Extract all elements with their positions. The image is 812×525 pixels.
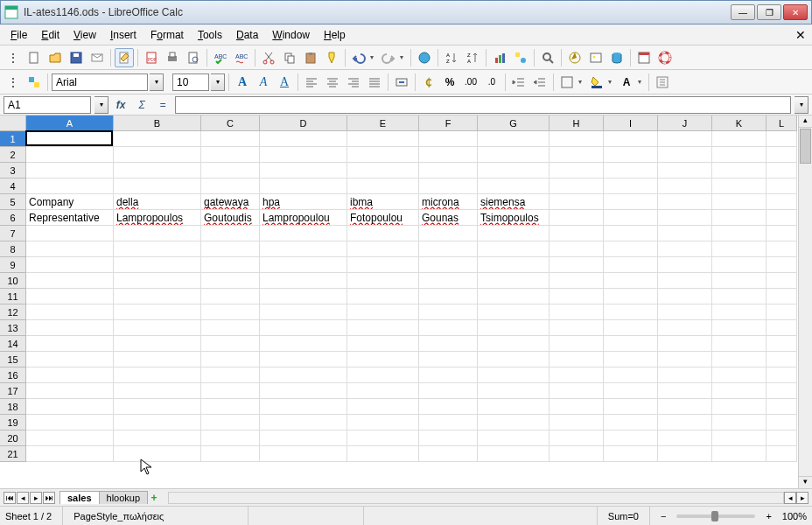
scroll-thumb[interactable] [800,129,811,164]
cell-B6[interactable]: Lampropoulos [114,210,201,226]
datasources-button[interactable] [607,48,626,67]
cell-E7[interactable] [347,226,419,242]
cell-G2[interactable] [478,147,550,163]
auto-spellcheck-button[interactable]: ABC [232,48,251,67]
cell-C4[interactable] [201,178,260,194]
column-header-L[interactable]: L [766,116,797,131]
cell-G21[interactable] [478,446,550,462]
cell-I13[interactable] [604,320,658,336]
cell-I18[interactable] [604,399,658,415]
cell-C21[interactable] [201,446,260,462]
column-header-E[interactable]: E [347,116,419,131]
cell-D21[interactable] [260,446,347,462]
cell-F8[interactable] [419,242,478,257]
cell-G11[interactable] [478,289,550,304]
cell-A6[interactable]: Representative [26,210,114,226]
cell-G3[interactable] [478,163,550,178]
cell-D15[interactable] [260,352,347,368]
cell-H9[interactable] [550,257,604,273]
cell-H16[interactable] [550,368,604,383]
add-decimal-button[interactable]: .00 [461,73,480,92]
cell-F10[interactable] [419,273,478,289]
cell-J20[interactable] [658,430,712,446]
cell-F13[interactable] [419,320,478,336]
cell-H21[interactable] [550,446,604,462]
underline-button[interactable]: A [275,73,294,92]
zoom-level-label[interactable]: 100% [782,511,807,522]
cell-I3[interactable] [604,163,658,178]
cell-D14[interactable] [260,336,347,352]
cell-H8[interactable] [550,242,604,257]
edit-mode-button[interactable] [115,48,134,67]
cell-I19[interactable] [604,415,658,430]
cell-L13[interactable] [766,320,797,336]
cell-F20[interactable] [419,430,478,446]
cell-A15[interactable] [26,352,114,368]
cell-E17[interactable] [347,383,419,399]
row-header-17[interactable]: 17 [0,383,26,399]
cell-E5[interactable]: ibma [347,194,419,210]
cell-A18[interactable] [26,399,114,415]
cell-C13[interactable] [201,320,260,336]
cell-C17[interactable] [201,383,260,399]
cell-B12[interactable] [114,304,201,320]
cell-F19[interactable] [419,415,478,430]
cell-F5[interactable]: microna [419,194,478,210]
cell-K18[interactable] [712,399,766,415]
sum-button[interactable]: Σ [133,96,150,114]
cell-K2[interactable] [712,147,766,163]
cell-F7[interactable] [419,226,478,242]
open-button[interactable] [46,48,65,67]
cell-J17[interactable] [658,383,712,399]
function-wizard-button[interactable]: fx [112,96,130,114]
cell-I16[interactable] [604,368,658,383]
email-button[interactable] [88,48,107,67]
cut-button[interactable] [259,48,278,67]
column-header-B[interactable]: B [114,116,201,131]
cell-D11[interactable] [260,289,347,304]
cell-B1[interactable] [114,131,201,147]
format-paintbrush-button[interactable] [322,48,341,67]
cell-K9[interactable] [712,257,766,273]
cell-H14[interactable] [550,336,604,352]
insert-mode-label[interactable] [259,507,364,525]
cell-G5[interactable]: siemensa [478,194,550,210]
column-header-J[interactable]: J [658,116,712,131]
cell-B5[interactable]: della [114,194,201,210]
menu-view[interactable]: View [66,27,103,43]
cell-L2[interactable] [766,147,797,163]
cell-A20[interactable] [26,430,114,446]
cell-L8[interactable] [766,242,797,257]
toolbar-handle-icon[interactable]: ⋮ [4,48,23,67]
cell-C11[interactable] [201,289,260,304]
currency-button[interactable]: ₵ [419,73,438,92]
cell-A7[interactable] [26,226,114,242]
remove-decimal-button[interactable]: .0 [482,73,501,92]
cell-J15[interactable] [658,352,712,368]
cell-F11[interactable] [419,289,478,304]
align-right-button[interactable] [344,73,363,92]
cell-C2[interactable] [201,147,260,163]
cell-D10[interactable] [260,273,347,289]
row-header-19[interactable]: 19 [0,415,26,430]
cell-F6[interactable]: Gounas [419,210,478,226]
tab-prev-button[interactable]: ◂ [17,492,29,504]
cell-H19[interactable] [550,415,604,430]
cell-A21[interactable] [26,446,114,462]
minimize-button[interactable]: — [731,4,755,20]
cell-K1[interactable] [712,131,766,147]
bgcolor-dropdown[interactable]: ▾ [608,78,615,86]
menu-insert[interactable]: Insert [103,27,144,43]
cell-I11[interactable] [604,289,658,304]
cell-L19[interactable] [766,415,797,430]
cell-C3[interactable] [201,163,260,178]
cell-C14[interactable] [201,336,260,352]
cell-J7[interactable] [658,226,712,242]
row-header-20[interactable]: 20 [0,430,26,446]
cell-B11[interactable] [114,289,201,304]
cell-D8[interactable] [260,242,347,257]
cell-A13[interactable] [26,320,114,336]
row-header-21[interactable]: 21 [0,446,26,462]
styles-button[interactable] [24,73,44,92]
cell-J19[interactable] [658,415,712,430]
